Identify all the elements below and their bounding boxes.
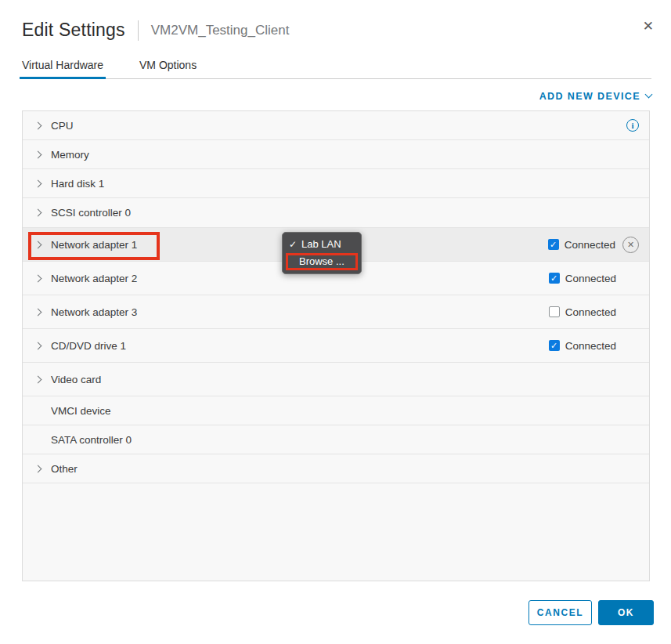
device-label: Network adapter 3 — [51, 306, 137, 318]
connected-label: Connected — [565, 273, 616, 284]
connected-checkbox[interactable]: ✓ — [549, 273, 560, 284]
device-row-cpu[interactable]: CPU i — [23, 111, 649, 140]
device-row-cd-dvd-drive-1[interactable]: CD/DVD drive 1 ✓ Connected — [23, 329, 649, 363]
device-row-sata-controller-0: SATA controller 0 — [23, 425, 649, 454]
device-label: Memory — [51, 149, 89, 161]
device-label: SCSI controller 0 — [51, 207, 131, 219]
chevron-right-icon[interactable] — [34, 375, 42, 383]
tab-vm-options[interactable]: VM Options — [137, 59, 199, 78]
network-dropdown-menu: ✓ Lab LAN Browse ... — [282, 232, 362, 274]
vm-name: VM2VM_Testing_Client — [151, 23, 290, 38]
ok-button[interactable]: OK — [598, 600, 654, 625]
device-label: SATA controller 0 — [51, 434, 132, 446]
chevron-right-icon[interactable] — [34, 121, 42, 129]
tab-bar: Virtual Hardware VM Options — [20, 59, 651, 79]
device-table: CPU i Memory Hard disk 1 SCSI controller… — [22, 110, 650, 581]
close-icon[interactable]: ✕ — [643, 20, 654, 33]
device-row-network-adapter-3[interactable]: Network adapter 3 Connected — [23, 295, 649, 329]
cancel-button[interactable]: CANCEL — [529, 600, 592, 625]
device-label: Other — [51, 463, 78, 475]
checkmark-icon: ✓ — [289, 239, 301, 250]
checkmark-icon: ✓ — [550, 342, 557, 350]
device-label: VMCI device — [51, 405, 111, 417]
edit-settings-dialog: Edit Settings VM2VM_Testing_Client ✕ Vir… — [0, 0, 671, 644]
connected-checkbox[interactable]: ✓ — [548, 239, 559, 250]
device-label: Video card — [51, 374, 101, 385]
chevron-down-icon — [645, 91, 653, 99]
table-empty-area — [23, 483, 649, 581]
checkmark-icon: ✓ — [550, 274, 557, 283]
device-row-other[interactable]: Other — [23, 454, 649, 483]
device-label: CD/DVD drive 1 — [51, 340, 126, 352]
chevron-right-icon[interactable] — [34, 150, 42, 158]
chevron-right-icon[interactable] — [34, 465, 42, 472]
connected-checkbox[interactable]: ✓ — [549, 340, 560, 351]
title-divider — [138, 20, 139, 41]
device-row-video-card[interactable]: Video card — [23, 363, 649, 396]
connected-label: Connected — [565, 239, 615, 251]
dropdown-item-label: Lab LAN — [301, 238, 341, 250]
chevron-right-icon[interactable] — [34, 179, 42, 187]
dropdown-item-browse[interactable]: Browse ... — [299, 255, 352, 267]
device-label: Network adapter 2 — [51, 273, 137, 284]
dialog-header: Edit Settings VM2VM_Testing_Client — [0, 0, 671, 41]
chevron-right-icon[interactable] — [34, 308, 42, 316]
info-icon[interactable]: i — [626, 119, 639, 132]
dropdown-item-lab-lan[interactable]: ✓ Lab LAN — [283, 237, 361, 252]
device-label: Hard disk 1 — [51, 178, 104, 190]
connected-checkbox[interactable] — [549, 306, 560, 317]
dialog-footer: CANCEL OK — [529, 600, 654, 625]
table-toolbar: ADD NEW DEVICE — [22, 89, 651, 103]
device-label: Network adapter 1 — [51, 239, 137, 251]
device-label: CPU — [51, 120, 74, 132]
device-row-vmci-device: VMCI device — [23, 396, 649, 425]
add-new-device-button[interactable]: ADD NEW DEVICE — [539, 89, 651, 103]
dropdown-item-label: Browse ... — [299, 255, 345, 267]
dialog-title: Edit Settings — [22, 20, 125, 41]
chevron-right-icon[interactable] — [34, 342, 42, 349]
chevron-right-icon[interactable] — [34, 241, 42, 248]
device-row-memory[interactable]: Memory — [23, 140, 649, 169]
checkmark-icon: ✓ — [550, 241, 557, 249]
connected-label: Connected — [565, 340, 616, 352]
tab-virtual-hardware[interactable]: Virtual Hardware — [20, 59, 106, 78]
remove-device-icon[interactable]: ✕ — [622, 237, 639, 253]
device-row-hard-disk-1[interactable]: Hard disk 1 — [23, 169, 649, 198]
add-new-device-label: ADD NEW DEVICE — [539, 91, 640, 102]
device-row-scsi-controller-0[interactable]: SCSI controller 0 — [23, 198, 649, 228]
chevron-right-icon[interactable] — [34, 274, 42, 282]
chevron-right-icon[interactable] — [34, 209, 42, 217]
connected-label: Connected — [565, 306, 616, 318]
annotation-box-browse: Browse ... — [286, 253, 358, 270]
